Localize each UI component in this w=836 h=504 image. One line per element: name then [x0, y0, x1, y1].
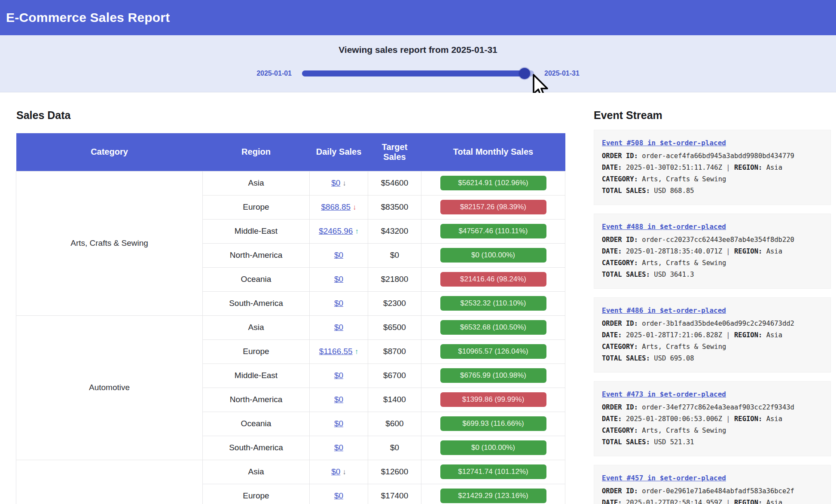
table-row: AutomotiveAsia$0$6500$6532.68 (100.50%) [16, 315, 565, 339]
column-header-category: Category [16, 133, 203, 171]
event-detail-line: TOTAL SALES: USD 695.08 [602, 353, 823, 364]
region-cell: Oceania [203, 267, 310, 291]
trend-down-icon: ↓ [342, 468, 346, 476]
event-link[interactable]: Event #486 in $et-order-placed [602, 305, 726, 316]
event-card: Event #457 in $et-order-placedORDER ID: … [594, 465, 831, 504]
event-detail-line: ORDER ID: order-cc20237cc62443ee87ab4e35… [602, 234, 823, 246]
monthly-sales-badge: $1399.86 (99.99%) [440, 392, 546, 407]
daily-sales-link[interactable]: $0 [334, 275, 343, 284]
region-cell: Middle-East [203, 219, 310, 243]
daily-sales-cell: $1166.55↑ [310, 339, 368, 363]
event-detail-line: CATEGORY: Arts, Crafts & Sewing [602, 257, 823, 269]
total-monthly-sales-cell: $21416.46 (98.24%) [421, 267, 565, 291]
total-monthly-sales-cell: $2532.32 (110.10%) [421, 291, 565, 315]
trend-down-icon: ↓ [342, 179, 346, 187]
target-sales-cell: $0 [368, 436, 421, 460]
sales-table: Category Region Daily Sales Target Sales… [16, 133, 565, 504]
date-slider-section: Viewing sales report from 2025-01-31 202… [0, 35, 836, 92]
column-header-total-monthly-sales: Total Monthly Sales [421, 133, 565, 171]
event-card: Event #508 in $et-order-placedORDER ID: … [594, 130, 831, 205]
event-link[interactable]: Event #457 in $et-order-placed [602, 472, 726, 484]
region-cell: Asia [203, 460, 310, 484]
event-link[interactable]: Event #473 in $et-order-placed [602, 388, 726, 400]
daily-sales-link[interactable]: $0 [331, 467, 340, 476]
event-detail-line: DATE: 2025-01-28T17:21:06.828Z | REGION:… [602, 330, 823, 341]
category-cell: Automotive [16, 315, 203, 460]
event-detail-line: ORDER ID: order-acef4fa66bd945a3abdd9980… [602, 150, 823, 162]
total-monthly-sales-cell: $21429.29 (123.16%) [421, 484, 565, 504]
monthly-sales-badge: $21429.29 (123.16%) [440, 489, 546, 503]
category-cell [16, 460, 203, 504]
trend-down-icon: ↓ [353, 203, 357, 211]
total-monthly-sales-cell: $699.93 (116.66%) [421, 412, 565, 436]
daily-sales-link[interactable]: $0 [334, 395, 343, 404]
region-cell: North-America [203, 388, 310, 412]
region-cell: Asia [203, 315, 310, 339]
event-detail-line: DATE: 2025-01-28T18:35:40.071Z | REGION:… [602, 246, 823, 257]
event-detail-line: CATEGORY: Arts, Crafts & Sewing [602, 174, 823, 185]
target-sales-cell: $43200 [368, 219, 421, 243]
category-cell: Arts, Crafts & Sewing [16, 171, 203, 315]
daily-sales-link[interactable]: $0 [331, 178, 340, 187]
monthly-sales-badge: $21416.46 (98.24%) [440, 272, 546, 287]
target-sales-cell: $8700 [368, 339, 421, 363]
daily-sales-link[interactable]: $0 [334, 371, 343, 380]
target-sales-cell: $21800 [368, 267, 421, 291]
daily-sales-link[interactable]: $0 [334, 419, 343, 428]
page-title: E-Commerce Sales Report [0, 10, 170, 25]
event-link[interactable]: Event #488 in $et-order-placed [602, 221, 726, 232]
column-header-daily-sales: Daily Sales [310, 133, 368, 171]
daily-sales-cell: $0 [310, 436, 368, 460]
daily-sales-link[interactable]: $0 [334, 250, 343, 260]
event-detail-line: CATEGORY: Arts, Crafts & Sewing [602, 425, 823, 437]
total-monthly-sales-cell: $6765.99 (100.98%) [421, 363, 565, 388]
sales-table-header-row: Category Region Daily Sales Target Sales… [16, 133, 565, 171]
region-cell: Europe [203, 484, 310, 504]
event-detail-line: DATE: 2025-01-27T02:58:14.959Z | REGION:… [602, 497, 823, 504]
daily-sales-cell: $0 [310, 243, 368, 267]
region-cell: Europe [203, 339, 310, 363]
monthly-sales-badge: $6532.68 (100.50%) [440, 320, 546, 335]
event-detail-line: ORDER ID: order-3b1faad35bde4e06ad99c2c2… [602, 318, 823, 330]
region-cell: South-America [203, 291, 310, 315]
region-cell: North-America [203, 243, 310, 267]
total-monthly-sales-cell: $56214.91 (102.96%) [421, 171, 565, 195]
target-sales-cell: $0 [368, 243, 421, 267]
slider-status-text: Viewing sales report from 2025-01-31 [0, 35, 836, 55]
monthly-sales-badge: $2532.32 (110.10%) [440, 296, 546, 311]
daily-sales-link[interactable]: $2465.96 [319, 226, 353, 235]
column-header-region: Region [203, 133, 310, 171]
target-sales-cell: $6500 [368, 315, 421, 339]
date-slider[interactable] [302, 70, 534, 76]
target-sales-cell: $1400 [368, 388, 421, 412]
daily-sales-cell: $868.85↓ [310, 195, 368, 219]
total-monthly-sales-cell: $47567.46 (110.11%) [421, 219, 565, 243]
slider-min-date-label: 2025-01-01 [256, 70, 292, 77]
daily-sales-link[interactable]: $0 [334, 323, 343, 332]
total-monthly-sales-cell: $1399.86 (99.99%) [421, 388, 565, 412]
event-link[interactable]: Event #508 in $et-order-placed [602, 137, 726, 149]
daily-sales-link[interactable]: $0 [334, 491, 343, 500]
monthly-sales-badge: $699.93 (116.66%) [440, 416, 546, 431]
slider-handle[interactable] [519, 68, 530, 79]
total-monthly-sales-cell: $6532.68 (100.50%) [421, 315, 565, 339]
total-monthly-sales-cell: $82157.26 (98.39%) [421, 195, 565, 219]
main-content: Sales Data Category Region Daily Sales T… [0, 93, 836, 504]
daily-sales-link[interactable]: $0 [334, 299, 343, 308]
monthly-sales-badge: $12741.74 (101.12%) [440, 464, 546, 479]
region-cell: Europe [203, 195, 310, 219]
daily-sales-cell: $0↓ [310, 460, 368, 484]
monthly-sales-badge: $56214.91 (102.96%) [440, 176, 546, 190]
target-sales-cell: $12600 [368, 460, 421, 484]
region-cell: Middle-East [203, 363, 310, 388]
table-row: Asia$0↓$12600$12741.74 (101.12%) [16, 460, 565, 484]
total-monthly-sales-cell: $0 (100.00%) [421, 436, 565, 460]
event-stream-heading: Event Stream [594, 109, 662, 122]
event-detail-line: DATE: 2025-01-30T02:51:11.746Z | REGION:… [602, 162, 823, 174]
daily-sales-link[interactable]: $1166.55 [319, 347, 353, 356]
event-detail-line: ORDER ID: order-0e2961e71a6e484abfadf583… [602, 486, 823, 497]
daily-sales-link[interactable]: $0 [334, 443, 343, 452]
daily-sales-cell: $0↓ [310, 171, 368, 195]
daily-sales-link[interactable]: $868.85 [321, 202, 351, 211]
trend-up-icon: ↑ [355, 227, 359, 235]
